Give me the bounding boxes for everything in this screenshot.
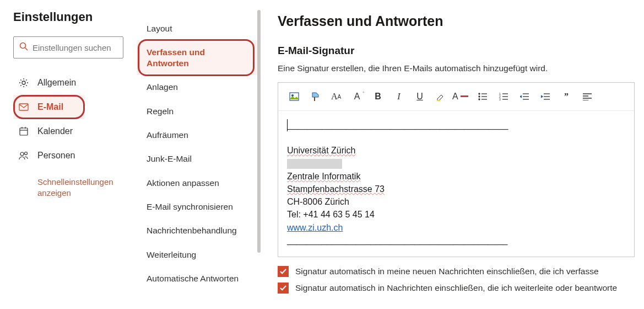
signature-textarea[interactable]: ________________________________________…	[278, 111, 634, 257]
svg-point-2	[22, 81, 25, 84]
increase-indent-icon[interactable]	[536, 88, 555, 105]
nav-general[interactable]: Allgemein	[13, 71, 131, 95]
checkbox-checked-icon	[278, 283, 289, 294]
search-input[interactable]	[33, 43, 137, 52]
section-title: E-Mail-Signatur	[278, 45, 644, 57]
subnav-auto-replies[interactable]: Automatische Antworten	[137, 267, 258, 290]
main-pane: Verfassen und Antworten E-Mail-Signatur …	[258, 0, 644, 309]
quote-icon[interactable]: ”	[557, 88, 576, 105]
subnav-rules[interactable]: Regeln	[137, 99, 258, 123]
svg-rect-13	[437, 100, 440, 101]
font-color-icon[interactable]: A	[452, 88, 471, 105]
subnav-sync[interactable]: E-Mail synchronisieren	[137, 195, 258, 219]
svg-point-11	[292, 95, 294, 97]
subnav-message-handling[interactable]: Nachrichtenbehandlung	[137, 219, 258, 242]
align-icon[interactable]	[578, 88, 597, 105]
svg-text:3: 3	[499, 98, 501, 100]
subnav-junk[interactable]: Junk-E-Mail	[137, 147, 258, 171]
insert-image-icon[interactable]	[285, 88, 304, 105]
nav-people-label: Personen	[37, 151, 75, 161]
svg-point-18	[479, 99, 480, 100]
bullet-list-icon[interactable]	[473, 88, 492, 105]
editor-toolbar: AA A◦ B I U A 123 ”	[278, 83, 634, 111]
sig-org: Universität Zürich	[287, 146, 355, 155]
font-size-icon[interactable]: A◦	[348, 88, 366, 105]
subnav-attachments[interactable]: Anlagen	[137, 75, 258, 99]
checkbox-new-label: Signatur automatisch in meine neuen Nach…	[295, 267, 599, 276]
subnav-forwarding[interactable]: Weiterleitung	[137, 243, 258, 267]
search-icon	[19, 42, 28, 53]
sig-url[interactable]: www.zi.uzh.ch	[287, 223, 343, 232]
numbered-list-icon[interactable]: 123	[494, 88, 513, 105]
highlight-icon[interactable]	[431, 88, 450, 105]
nav-calendar[interactable]: Kalender	[13, 119, 131, 143]
settings-column: Einstellungen Allgemein E-Mail Kalender …	[0, 0, 137, 309]
subnav-scrollbar[interactable]	[257, 10, 261, 253]
svg-point-0	[20, 43, 26, 49]
decrease-indent-icon[interactable]	[515, 88, 534, 105]
svg-rect-4	[20, 128, 28, 135]
sig-redacted-name	[287, 159, 342, 169]
calendar-icon	[18, 126, 30, 136]
svg-point-14	[479, 93, 480, 94]
mail-icon	[18, 103, 30, 111]
italic-icon[interactable]: I	[389, 88, 408, 105]
sig-tel: Tel: +41 44 63 5 45 14	[287, 210, 375, 219]
main-title: Verfassen und Antworten	[278, 13, 644, 29]
underline-icon[interactable]: U	[410, 88, 429, 105]
sig-dept: Zentrale Informatik	[287, 172, 360, 181]
checkbox-fwd-reply[interactable]: Signatur automatisch in Nachrichten eins…	[278, 283, 644, 294]
sig-city: CH-8006 Zürich	[287, 197, 349, 206]
subnav-compose-reply[interactable]: Verfassen und Antworten	[137, 40, 258, 75]
gear-icon	[18, 78, 30, 88]
checkbox-new-messages[interactable]: Signatur automatisch in meine neuen Nach…	[278, 266, 644, 277]
nav-people[interactable]: Personen	[13, 143, 131, 168]
sig-street: Stampfenbachstrasse 73	[287, 184, 385, 194]
quick-settings-link[interactable]: Schnelleinstellungen anzeigen	[37, 177, 120, 198]
format-painter-icon[interactable]	[306, 88, 324, 105]
nav-email[interactable]: E-Mail	[13, 95, 85, 119]
svg-rect-12	[314, 97, 315, 101]
section-description: Eine Signatur erstellen, die Ihren E-Mai…	[278, 63, 644, 73]
nav-calendar-label: Kalender	[37, 126, 73, 136]
subnav-custom-actions[interactable]: Aktionen anpassen	[137, 171, 258, 195]
signature-editor: AA A◦ B I U A 123 ”	[278, 82, 635, 257]
subnav-layout[interactable]: Layout	[137, 17, 258, 40]
search-box[interactable]	[13, 36, 123, 58]
panel-title: Einstellungen	[13, 10, 131, 24]
checkbox-fwd-label: Signatur automatisch in Nachrichten eins…	[295, 283, 617, 293]
checkbox-checked-icon	[278, 266, 289, 277]
nav-email-label: E-Mail	[37, 102, 63, 112]
svg-point-16	[479, 96, 480, 97]
bold-icon[interactable]: B	[369, 88, 387, 105]
svg-point-9	[25, 152, 28, 155]
nav-general-label: Allgemein	[37, 78, 76, 88]
subnav-column: Layout Verfassen und Antworten Anlagen R…	[137, 0, 258, 309]
subnav-sweep[interactable]: Aufräumen	[137, 123, 258, 147]
svg-rect-3	[19, 104, 28, 110]
svg-point-8	[20, 152, 24, 156]
people-icon	[18, 151, 30, 161]
svg-line-1	[25, 48, 28, 51]
font-family-icon[interactable]: AA	[327, 88, 345, 105]
